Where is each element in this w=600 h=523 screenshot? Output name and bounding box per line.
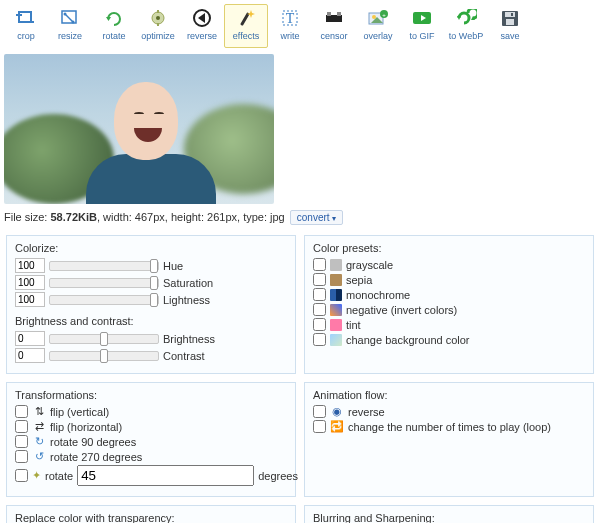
sat-slider[interactable]	[49, 278, 159, 288]
anim-loop-checkbox[interactable]	[313, 420, 326, 433]
rot270-checkbox[interactable]	[15, 450, 28, 463]
brightness-slider[interactable]	[49, 334, 159, 344]
tool-label: to GIF	[409, 31, 434, 41]
anim-reverse-checkbox[interactable]	[313, 405, 326, 418]
preset-label: sepia	[346, 274, 372, 286]
preset-checkbox-bgcolor[interactable]	[313, 333, 326, 346]
flipv-label: flip (vertical)	[50, 406, 109, 418]
width-label: , width:	[97, 211, 135, 223]
light-input[interactable]	[15, 292, 45, 307]
anim-loop-label: change the number of times to play (loop…	[348, 421, 551, 433]
save-icon	[497, 7, 523, 29]
anim-reverse-label: reverse	[348, 406, 385, 418]
image-preview	[4, 54, 274, 204]
svg-rect-18	[327, 12, 331, 16]
light-slider[interactable]	[49, 295, 159, 305]
fliph-label: flip (horizontal)	[50, 421, 122, 433]
hue-slider[interactable]	[49, 261, 159, 271]
tool-overlay[interactable]: + overlay	[356, 4, 400, 48]
tool-effects[interactable]: effects	[224, 4, 268, 48]
flipv-checkbox[interactable]	[15, 405, 28, 418]
brightness-input[interactable]	[15, 331, 45, 346]
tool-label: overlay	[363, 31, 392, 41]
tool-resize[interactable]: resize	[48, 4, 92, 48]
crop-icon	[13, 7, 39, 29]
tool-write[interactable]: T write	[268, 4, 312, 48]
preset-label: monochrome	[346, 289, 410, 301]
tool-label: censor	[320, 31, 347, 41]
towebp-icon	[453, 7, 479, 29]
panel-replace: Replace color with transparency: white b…	[6, 505, 296, 523]
preset-label: grayscale	[346, 259, 393, 271]
width-value: 467px	[135, 211, 165, 223]
tool-togif[interactable]: to GIF	[400, 4, 444, 48]
rot90-icon: ↻	[32, 436, 46, 448]
rot90-checkbox[interactable]	[15, 435, 28, 448]
tint-icon	[330, 319, 342, 331]
anim-loop-icon: 🔁	[330, 421, 344, 433]
rot270-label: rotate 270 degrees	[50, 451, 142, 463]
hue-input[interactable]	[15, 258, 45, 273]
type-label: , type:	[237, 211, 270, 223]
tool-label: resize	[58, 31, 82, 41]
sat-input[interactable]	[15, 275, 45, 290]
rotate-icon	[101, 7, 127, 29]
tool-reverse[interactable]: reverse	[180, 4, 224, 48]
svg-rect-32	[511, 13, 513, 16]
rotcustom-checkbox[interactable]	[15, 469, 28, 482]
convert-button[interactable]: convert	[290, 210, 343, 225]
censor-icon	[321, 7, 347, 29]
rotcustom-prefix: rotate	[45, 470, 73, 482]
svg-text:+: +	[382, 12, 386, 18]
rotcustom-input[interactable]	[77, 465, 254, 486]
tool-label: write	[280, 31, 299, 41]
rotcustom-icon: ✦	[32, 470, 41, 482]
svg-text:T: T	[286, 11, 295, 26]
tool-label: effects	[233, 31, 259, 41]
svg-marker-14	[247, 10, 255, 18]
tool-towebp[interactable]: to WebP	[444, 4, 488, 48]
contrast-slider[interactable]	[49, 351, 159, 361]
tool-optimize[interactable]: optimize	[136, 4, 180, 48]
tool-label: crop	[17, 31, 35, 41]
preset-checkbox-sepia[interactable]	[313, 273, 326, 286]
optimize-icon	[145, 7, 171, 29]
sat-label: Saturation	[163, 277, 213, 289]
tool-rotate[interactable]: rotate	[92, 4, 136, 48]
monochrome-icon	[330, 289, 342, 301]
rotcustom-suffix: degrees	[258, 470, 298, 482]
resize-icon	[57, 7, 83, 29]
preset-checkbox-tint[interactable]	[313, 318, 326, 331]
tool-save[interactable]: save	[488, 4, 532, 48]
flipv-icon: ⇅	[32, 406, 46, 418]
bgcolor-icon	[330, 334, 342, 346]
tool-censor[interactable]: censor	[312, 4, 356, 48]
fliph-checkbox[interactable]	[15, 420, 28, 433]
tool-label: optimize	[141, 31, 175, 41]
file-info: File size: 58.72KiB, width: 467px, heigh…	[0, 208, 600, 235]
svg-marker-6	[106, 17, 111, 21]
effects-icon	[233, 7, 259, 29]
panel-blur: Blurring and Sharpening: ◌gaussian blur …	[304, 505, 594, 523]
write-icon: T	[277, 7, 303, 29]
bc-title: Brightness and contrast:	[15, 315, 287, 327]
tool-crop[interactable]: crop	[4, 4, 48, 48]
anim-title: Animation flow:	[313, 389, 585, 401]
hue-label: Hue	[163, 260, 183, 272]
preset-checkbox-negative[interactable]	[313, 303, 326, 316]
svg-point-21	[372, 15, 376, 19]
svg-rect-0	[19, 12, 31, 22]
type-value: jpg	[270, 211, 285, 223]
svg-point-5	[72, 21, 75, 24]
svg-rect-10	[157, 23, 159, 26]
preset-checkbox-grayscale[interactable]	[313, 258, 326, 271]
anim-reverse-icon: ◉	[330, 406, 344, 418]
transform-title: Transformations:	[15, 389, 287, 401]
fliph-icon: ⇄	[32, 421, 46, 433]
tool-label: save	[500, 31, 519, 41]
contrast-input[interactable]	[15, 348, 45, 363]
file-size: 58.72KiB	[50, 211, 96, 223]
preset-checkbox-monochrome[interactable]	[313, 288, 326, 301]
panel-anim: Animation flow: ◉reverse 🔁change the num…	[304, 382, 594, 497]
height-value: 261px	[207, 211, 237, 223]
